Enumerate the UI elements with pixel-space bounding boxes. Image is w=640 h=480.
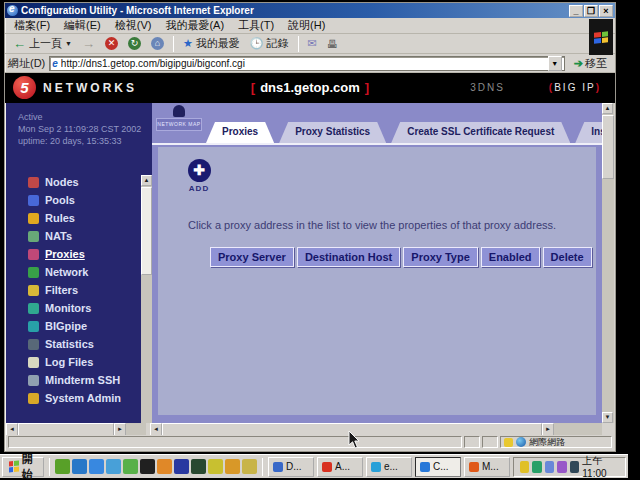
tray-icon[interactable] [532, 461, 541, 473]
go-icon: ➔ [574, 57, 583, 70]
favorites-button[interactable]: ★ 我的最愛 [179, 35, 244, 53]
scrollbar-thumb[interactable] [141, 187, 152, 275]
start-button[interactable]: 開始 [2, 457, 44, 477]
scrollbar-thumb[interactable] [602, 115, 614, 179]
product-3dns-link[interactable]: 3DNS [470, 82, 505, 93]
app-icon[interactable] [242, 459, 257, 474]
go-button[interactable]: ➔ 移至 [569, 55, 612, 71]
ie-icon [7, 5, 18, 16]
mail-button[interactable]: ✉ [304, 35, 321, 53]
app-icon[interactable] [72, 459, 87, 474]
app-icon[interactable] [157, 459, 172, 474]
ie-window: Configuration Utility - Microsoft Intern… [4, 2, 616, 452]
column-header-proxy-type[interactable]: Proxy Type [403, 247, 478, 267]
app-icon[interactable] [89, 459, 104, 474]
sidebar-item-nats[interactable]: NATs [6, 227, 152, 245]
task-button-2[interactable]: A... [317, 457, 363, 477]
sidebar-item-statistics[interactable]: Statistics [6, 335, 152, 353]
proxies-panel: ✚ ADD Click a proxy address in the list … [158, 147, 596, 415]
refresh-button[interactable]: ↻ [124, 35, 145, 53]
add-proxy-button[interactable]: ✚ ADD [176, 159, 222, 193]
sidebar-item-mindterm-ssh[interactable]: Mindterm SSH [6, 371, 152, 389]
vertical-scrollbar[interactable]: ▲ ▼ [602, 103, 614, 423]
app-icon[interactable] [55, 459, 70, 474]
sidebar-item-nodes[interactable]: Nodes [6, 173, 152, 191]
tab-proxies[interactable]: Proxies [206, 122, 274, 143]
sidebar-vertical-scrollbar[interactable]: ▲ [141, 175, 152, 423]
close-button[interactable]: × [599, 5, 613, 17]
status-bar: 網際網路 [6, 435, 614, 450]
task-button-4-active[interactable]: C... [415, 457, 461, 477]
tab-create-ssl-certificate-request[interactable]: Create SSL Certificate Request [391, 122, 570, 143]
app-icon[interactable] [225, 459, 240, 474]
menu-tools[interactable]: 工具(T) [231, 17, 281, 34]
menu-edit[interactable]: 編輯(E) [57, 17, 108, 34]
column-header-enabled[interactable]: Enabled [481, 247, 540, 267]
home-button[interactable]: ⌂ [147, 35, 168, 53]
tab-proxy-statistics[interactable]: Proxy Statistics [279, 122, 386, 143]
app-icon[interactable] [208, 459, 223, 474]
main-frame: NETWORK MAP Proxies Proxy Statistics Cre… [152, 103, 602, 423]
log-files-icon [28, 357, 39, 368]
stop-button[interactable]: ✕ [101, 35, 122, 53]
task-button-1[interactable]: D... [268, 457, 314, 477]
sidebar-item-rules[interactable]: Rules [6, 209, 152, 227]
tray-icon[interactable] [570, 461, 579, 473]
back-dropdown-icon[interactable]: ▼ [65, 40, 72, 47]
task-button-5[interactable]: M... [464, 457, 510, 477]
menu-help[interactable]: 說明(H) [281, 17, 332, 34]
sidebar-item-proxies[interactable]: Proxies [6, 245, 152, 263]
address-field-wrap: e ▼ [49, 56, 565, 71]
menu-favorites[interactable]: 我的最愛(A) [158, 17, 231, 34]
column-header-proxy-server[interactable]: Proxy Server [210, 247, 294, 267]
sidebar-item-bigpipe[interactable]: BIGpipe [6, 317, 152, 335]
back-icon: ← [13, 36, 26, 51]
product-bigip-link[interactable]: BIG IP [549, 82, 601, 93]
menu-file[interactable]: 檔案(F) [7, 17, 57, 34]
system-admin-icon [28, 393, 39, 404]
column-header-delete[interactable]: Delete [543, 247, 592, 267]
sidebar-item-log-files[interactable]: Log Files [6, 353, 152, 371]
zone-label: 網際網路 [529, 436, 565, 449]
print-button[interactable]: 🖶 [323, 35, 342, 53]
title-bar[interactable]: Configuration Utility - Microsoft Intern… [5, 3, 615, 18]
scroll-down-icon[interactable]: ▼ [602, 412, 613, 423]
nodes-icon [28, 177, 39, 188]
address-input[interactable] [61, 58, 545, 69]
sidebar-item-monitors[interactable]: Monitors [6, 299, 152, 317]
toolbar: ← 上一頁 ▼ → ✕ ↻ ⌂ ★ 我的最愛 🕒 記錄 ✉ 🖶 [5, 34, 615, 54]
app-icon[interactable] [174, 459, 189, 474]
window-icon [273, 462, 283, 472]
address-dropdown-icon[interactable]: ▼ [548, 56, 562, 71]
page-icon: e [52, 58, 58, 69]
minimize-button[interactable]: _ [569, 5, 583, 17]
forward-button[interactable]: → [78, 35, 99, 53]
back-button[interactable]: ← 上一頁 ▼ [9, 35, 76, 53]
sidebar-item-pools[interactable]: Pools [6, 191, 152, 209]
sidebar-item-network[interactable]: Network [6, 263, 152, 281]
app-icon[interactable] [123, 459, 138, 474]
favorites-icon: ★ [183, 37, 193, 50]
menu-view[interactable]: 檢視(V) [108, 17, 159, 34]
scroll-up-icon[interactable]: ▲ [602, 103, 613, 114]
clock[interactable]: 上午 11:00 [582, 454, 619, 479]
window-icon [322, 462, 332, 472]
maximize-button[interactable]: ❐ [584, 5, 598, 17]
network-icon [28, 267, 39, 278]
tray-icon[interactable] [545, 461, 554, 473]
network-map-button[interactable]: NETWORK MAP [156, 105, 202, 139]
history-button[interactable]: 🕒 記錄 [246, 35, 293, 53]
tray-icon[interactable] [520, 461, 529, 473]
app-icon[interactable] [106, 459, 121, 474]
window-icon [469, 462, 479, 472]
column-header-destination-host[interactable]: Destination Host [297, 247, 400, 267]
scroll-up-icon[interactable]: ▲ [141, 175, 152, 186]
tray-icon[interactable] [557, 461, 566, 473]
sidebar-item-system-admin[interactable]: System Admin [6, 389, 152, 407]
sidebar-item-filters[interactable]: Filters [6, 281, 152, 299]
app-icon[interactable] [191, 459, 206, 474]
task-button-3[interactable]: e... [366, 457, 412, 477]
print-icon: 🖶 [327, 38, 338, 50]
app-icon[interactable] [140, 459, 155, 474]
tab-install-ssl-certificate[interactable]: Install SSL Certifi [575, 122, 602, 143]
